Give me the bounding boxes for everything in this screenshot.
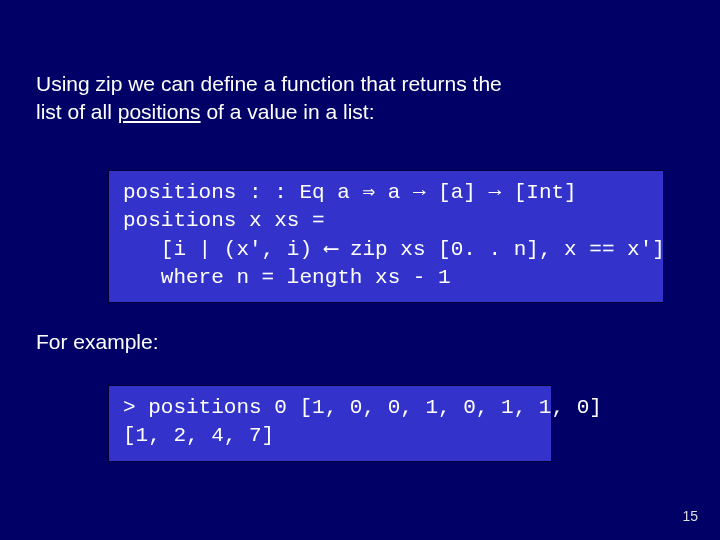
for-example-label: For example: (36, 330, 159, 354)
page-number: 15 (682, 508, 698, 524)
slide: Using zip we can define a function that … (0, 0, 720, 540)
code1-line2: positions x xs = (123, 209, 325, 232)
code-block-positions: positions : : Eq a ⇒ a → [a] → [Int] pos… (108, 170, 664, 303)
intro-text: Using zip we can define a function that … (36, 70, 676, 127)
code-block-example: > positions 0 [1, 0, 0, 1, 0, 1, 1, 0] [… (108, 385, 552, 462)
code2-line1: > positions 0 [1, 0, 0, 1, 0, 1, 1, 0] (123, 396, 602, 419)
intro-line2-underline: positions (118, 100, 201, 123)
code1-line3: [i | (x', i) ⟵ zip xs [0. . n], x == x'] (123, 238, 665, 261)
intro-line2-pre: list of all (36, 100, 118, 123)
intro-line1: Using zip we can define a function that … (36, 72, 502, 95)
intro-line2-post: of a value in a list: (201, 100, 375, 123)
code1-line4: where n = length xs - 1 (123, 266, 451, 289)
code2-line2: [1, 2, 4, 7] (123, 424, 274, 447)
code1-line1: positions : : Eq a ⇒ a → [a] → [Int] (123, 181, 577, 204)
